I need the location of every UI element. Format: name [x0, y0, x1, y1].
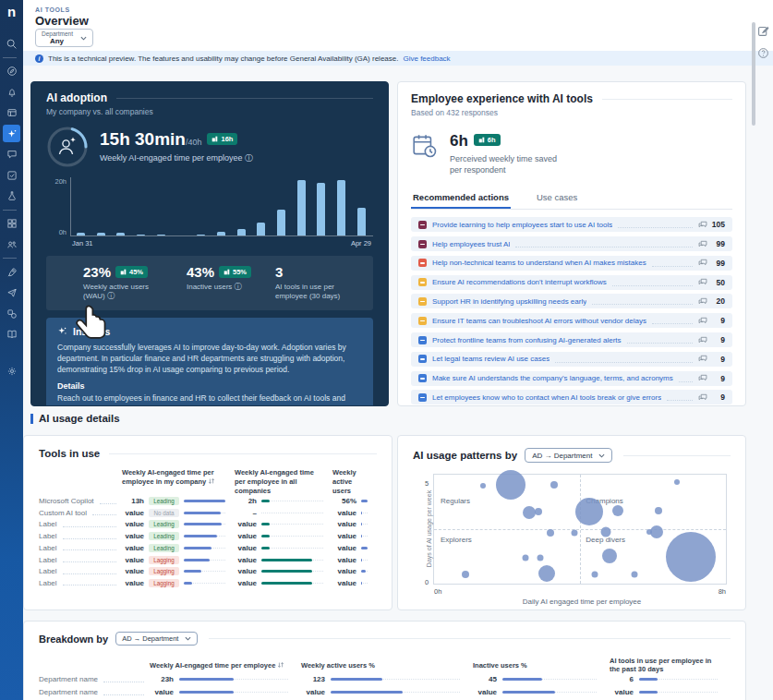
data-bubble — [535, 508, 542, 515]
bar-fill — [179, 691, 234, 694]
action-link[interactable]: Help employees trust AI — [432, 240, 510, 248]
sidebar-item-integrations[interactable] — [3, 305, 20, 322]
sidebar-item-dashboards[interactable] — [3, 104, 20, 122]
sidebar-item-explore[interactable] — [3, 63, 20, 80]
tools-table-headers: Weekly AI-engaged time per employee in m… — [39, 468, 377, 495]
quadrant-label-regulars: Regulars — [441, 497, 470, 505]
action-row: Ensure AI recommendations don't interrup… — [411, 275, 732, 290]
action-link[interactable]: Ensure AI recommendations don't interrup… — [432, 278, 607, 286]
cell-value: value — [332, 544, 356, 552]
adoption-bar — [337, 180, 345, 235]
action-link[interactable]: Help non-technical teams to understand w… — [432, 259, 646, 267]
data-bubble — [462, 571, 469, 578]
cell-value: value — [150, 688, 174, 696]
bar-fill — [361, 500, 368, 502]
response-count: 99 — [710, 239, 725, 248]
employee-experience-card: Employee experience with AI tools Based … — [397, 81, 746, 406]
ai-usage-patterns-card: AI usage patterns by AD → Department Day… — [397, 435, 746, 610]
action-link[interactable]: Protect frontline teams from confusing A… — [432, 336, 622, 344]
data-bubble — [650, 525, 663, 538]
notes-icon[interactable] — [757, 25, 769, 37]
responses-icon — [698, 259, 707, 267]
action-link[interactable]: Let employees know who to contact when A… — [432, 393, 661, 402]
page-scrollbar[interactable] — [752, 22, 755, 126]
bar-fill — [261, 570, 312, 573]
integrations-icon — [6, 308, 18, 320]
bar-fill — [331, 678, 382, 681]
dotted-leader — [63, 526, 116, 527]
give-feedback-link[interactable]: Give feedback — [403, 54, 450, 63]
dotted-leader — [612, 285, 693, 286]
action-link[interactable]: Support HR in identifying upskilling nee… — [432, 297, 586, 306]
section-header: AI usage details — [30, 413, 120, 424]
y-tick-bottom: 0h — [59, 228, 66, 236]
severity-badge — [418, 278, 427, 286]
chevron-down-icon — [185, 636, 191, 641]
action-link[interactable]: Make sure AI understands the company's l… — [432, 374, 673, 382]
adoption-icon — [6, 267, 18, 278]
sort-icon[interactable] — [277, 661, 284, 669]
sidebar-item-settings[interactable] — [3, 363, 20, 380]
action-link[interactable]: Let legal teams review AI use cases — [432, 355, 550, 363]
action-row: Support HR in identifying upskilling nee… — [411, 294, 732, 308]
sidebar-item-search[interactable] — [3, 35, 20, 53]
search-icon — [6, 38, 18, 50]
tool-name: Label — [39, 579, 122, 587]
sidebar-item-engage[interactable] — [3, 146, 20, 163]
bar-fill — [361, 559, 362, 561]
notifications-icon — [6, 87, 18, 98]
adoption-bar — [257, 223, 265, 235]
documentation-icon — [6, 329, 18, 340]
trend-badge: Leading — [149, 544, 179, 552]
sidebar-item-notifications[interactable] — [3, 83, 20, 101]
bar-track — [179, 678, 288, 681]
benchmark-badge: 55% — [219, 266, 251, 278]
cell-value: value — [332, 567, 356, 575]
action-link[interactable]: Provide learning to help employees start… — [432, 221, 612, 229]
sidebar-item-experiments[interactable] — [3, 187, 20, 205]
data-bubble — [550, 481, 558, 489]
response-count: 20 — [710, 296, 725, 306]
column-header: Weekly active users — [332, 468, 377, 495]
responses-icon — [698, 374, 707, 382]
bar-fill — [184, 523, 222, 525]
sidebar-item-collaboration[interactable] — [3, 235, 20, 253]
sidebar-item-checklists[interactable] — [3, 166, 20, 184]
department-filter[interactable]: Department Any — [35, 29, 93, 47]
adoption-bar — [137, 235, 145, 235]
bar-fill — [261, 582, 312, 585]
bar-track — [331, 691, 460, 694]
sidebar-item-campaigns[interactable] — [3, 284, 20, 302]
dotted-leader — [515, 247, 693, 247]
sidebar-item-ai-tools[interactable] — [3, 125, 20, 142]
tool-name: Label — [39, 520, 122, 528]
x-tick-start: Jan 31 — [72, 239, 93, 247]
trend-badge: Leading — [149, 497, 179, 505]
action-row: Provide learning to help employees start… — [411, 217, 732, 232]
sidebar-item-adoption[interactable] — [3, 263, 20, 281]
response-count: 9 — [710, 392, 725, 402]
bar-fill — [184, 512, 221, 514]
bar-fill — [331, 691, 403, 694]
patterns-dimension-dropdown[interactable]: AD → Department — [525, 448, 612, 463]
tab-recommended-actions[interactable]: Recommended actions — [411, 188, 511, 209]
y-tick-5: 5 — [425, 479, 429, 488]
bar-fill — [361, 582, 362, 585]
bar-fill — [184, 559, 210, 561]
help-icon[interactable] — [757, 47, 769, 59]
bar-track — [261, 582, 323, 585]
quadrant-divider-horizontal — [434, 529, 726, 530]
breakdown-dimension-dropdown[interactable]: AD → Department — [115, 632, 198, 646]
sort-icon[interactable] — [208, 477, 215, 485]
building-icon — [478, 137, 485, 143]
tab-use-cases[interactable]: Use cases — [535, 188, 579, 209]
bar-fill — [261, 523, 270, 525]
adoption-bar — [357, 208, 366, 235]
bar-track — [184, 547, 225, 549]
sidebar-item-applications[interactable] — [3, 215, 20, 233]
bar-track — [184, 535, 225, 537]
benchmark-badge: 45% — [115, 266, 148, 278]
action-link[interactable]: Ensure IT teams can troubleshoot AI erro… — [432, 317, 646, 325]
bar-track — [502, 678, 597, 681]
sidebar-item-documentation[interactable] — [3, 326, 20, 344]
